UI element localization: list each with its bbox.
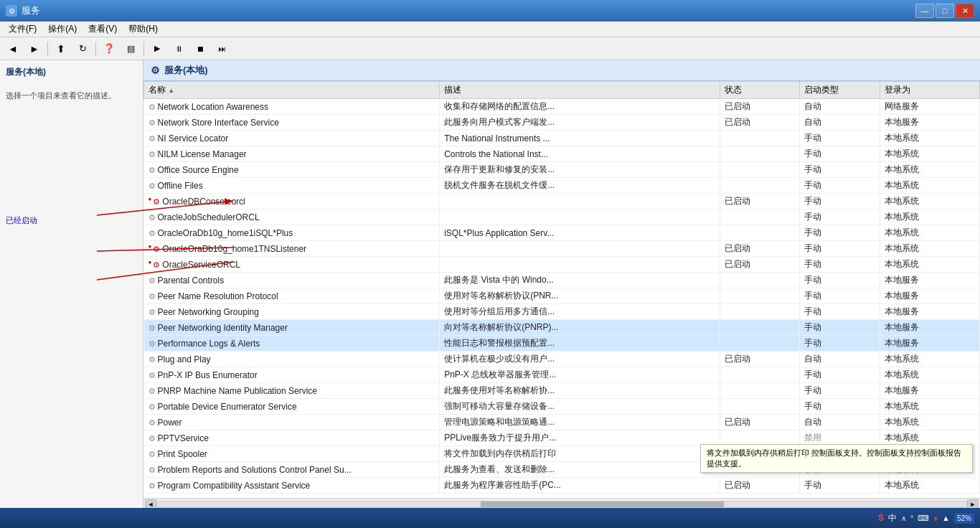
tray-icon-keyboard: ⌨: [918, 514, 929, 523]
table-row[interactable]: ⚙Peer Name Resolution Protocol使用对等名称解析协议…: [144, 288, 980, 304]
table-row[interactable]: ⚙Power管理电源策略和电源策略通...已启动自动本地系统: [144, 415, 980, 430]
maximize-button[interactable]: □: [936, 4, 954, 18]
table-row[interactable]: ⚙Offline Files脱机文件服务在脱机文件缓...手动本地系统: [144, 178, 980, 194]
toolbar-sep-2: [95, 42, 96, 56]
table-row[interactable]: ⚙Network Store Interface Service此服务向用户模式…: [144, 115, 980, 131]
services-table[interactable]: 名称 ▲ 描述 状态 启动类型 登录为 ⚙Network Location Aw…: [143, 81, 980, 498]
tray-icon-s: S: [878, 513, 884, 523]
toolbar-up[interactable]: ⬆: [51, 39, 71, 58]
table-row[interactable]: ⚙Portable Device Enumerator Service强制可移动…: [144, 399, 980, 415]
tray-icon-up: ∧: [901, 514, 906, 522]
service-login-cell: 本地系统: [880, 478, 979, 494]
table-row[interactable]: ⚙PNRP Machine Name Publication Service此服…: [144, 383, 980, 399]
col-name[interactable]: 名称 ▲: [144, 82, 440, 99]
service-name-cell: ⚙PNRP Machine Name Publication Service: [144, 383, 440, 399]
service-name-cell: ●⚙OracleDBConsoleorcl: [144, 194, 440, 209]
col-startup[interactable]: 启动类型: [800, 82, 880, 99]
table-row[interactable]: ⚙OracleJobSchedulerORCL手动本地系统: [144, 209, 980, 225]
toolbar-refresh[interactable]: ↻: [72, 39, 93, 58]
service-status-cell: 已启动: [720, 478, 800, 494]
table-row[interactable]: ⚙Parental Controls此服务是 Vista 中的 Windo...…: [144, 273, 980, 288]
service-login-cell: 本地系统: [880, 352, 979, 367]
menu-view[interactable]: 查看(V): [83, 22, 123, 37]
service-name-cell: ⚙NI Service Locator: [144, 131, 440, 146]
service-desc-cell: [440, 209, 720, 225]
service-name-cell: ●⚙OracleOraDb10g_home1TNSListener: [144, 241, 440, 257]
toolbar-start[interactable]: ▶: [147, 39, 167, 58]
table-row[interactable]: ⚙Peer Networking Identity Manager向对等名称解析…: [144, 320, 980, 336]
table-row[interactable]: ●⚙OracleOraDb10g_home1TNSListener已启动手动本地…: [144, 241, 980, 257]
service-login-cell: 网络服务: [880, 99, 979, 115]
menu-action[interactable]: 操作(A): [42, 22, 83, 37]
service-login-cell: 本地系统: [880, 367, 979, 383]
service-startup-cell: 手动: [800, 209, 880, 225]
hscroll-thumb[interactable]: [481, 501, 723, 507]
menu-file[interactable]: 文件(F): [3, 22, 42, 37]
service-desc-cell: 向对等名称解析协议(PNRP)...: [440, 320, 720, 336]
service-login-cell: 本地服务: [880, 383, 979, 399]
close-button[interactable]: ✕: [956, 4, 974, 18]
table-row[interactable]: ⚙OracleOraDb10g_home1iSQL*PlusiSQL*Plus …: [144, 225, 980, 241]
service-status-cell: [720, 209, 800, 225]
table-row[interactable]: ⚙Network Location Awareness收集和存储网络的配置信息.…: [144, 99, 980, 115]
service-startup-cell: 手动: [800, 225, 880, 241]
table-row[interactable]: ⚙NI Service LocatorThe National Instrume…: [144, 131, 980, 146]
table-row[interactable]: ⚙PnP-X IP Bus EnumeratorPnP-X 总线枚举器服务管理.…: [144, 367, 980, 383]
service-desc-cell: [440, 194, 720, 209]
table-row[interactable]: ⚙Peer Networking Grouping使用对等分组后用多方通信...…: [144, 304, 980, 320]
tray-icon-shield: ♦: [933, 514, 938, 522]
service-login-cell: 本地系统: [880, 241, 979, 257]
service-status-cell: [720, 367, 800, 383]
service-desc-cell: Controls the National Inst...: [440, 146, 720, 162]
tooltip-bubble: 将文件加载到内存供稍后打印 控制面板支持。控制面板支持控制面板报告提供支援。: [700, 444, 973, 473]
service-desc-cell: PPLive服务致力于提升用户...: [440, 430, 720, 446]
window-title: 服务: [22, 4, 40, 17]
tooltip-text: 将文件加载到内存供稍后打印 控制面板支持。控制面板支持控制面板报告提供支援。: [707, 448, 961, 468]
table-row[interactable]: ●⚙OracleDBConsoleorcl已启动手动本地系统: [144, 194, 980, 209]
service-desc-cell: 使计算机在极少或没有用户...: [440, 352, 720, 367]
service-status-cell: [720, 225, 800, 241]
toolbar-help[interactable]: ❓: [99, 39, 119, 58]
service-desc-cell: 脱机文件服务在脱机文件缓...: [440, 178, 720, 194]
toolbar-stop[interactable]: ⏹: [190, 39, 210, 58]
title-bar-controls: — □ ✕: [915, 4, 974, 18]
service-desc-cell: [440, 257, 720, 273]
service-status-cell: [720, 131, 800, 146]
service-login-cell: 本地系统: [880, 209, 979, 225]
col-status[interactable]: 状态: [720, 82, 800, 99]
service-startup-cell: 手动: [800, 320, 880, 336]
service-login-cell: 本地服务: [880, 273, 979, 288]
service-desc-cell: 保存用于更新和修复的安装...: [440, 162, 720, 178]
minimize-button[interactable]: —: [915, 4, 934, 18]
service-startup-cell: 手动: [800, 399, 880, 415]
toolbar-pause[interactable]: ⏸: [169, 39, 189, 58]
service-login-cell: 本地系统: [880, 399, 979, 415]
toolbar-forward[interactable]: ►: [24, 39, 44, 58]
table-row[interactable]: ⚙Program Compatibility Assistant Service…: [144, 478, 980, 494]
toolbar-props[interactable]: ▤: [121, 39, 141, 58]
toolbar-restart[interactable]: ⏭: [212, 39, 232, 58]
col-login[interactable]: 登录为: [880, 82, 979, 99]
service-desc-cell: 此服务为查看、发送和删除...: [440, 462, 720, 478]
toolbar-back[interactable]: ◄: [3, 39, 23, 58]
toolbar-sep-3: [143, 42, 144, 56]
service-name-cell: ⚙Portable Device Enumerator Service: [144, 399, 440, 415]
table-row[interactable]: ⚙Plug and Play使计算机在极少或没有用户...已启动自动本地系统: [144, 352, 980, 367]
toolbar-sep-1: [47, 42, 48, 56]
service-login-cell: 本地系统: [880, 162, 979, 178]
service-name-cell: ⚙PnP-X IP Bus Enumerator: [144, 367, 440, 383]
hscroll-track[interactable]: [156, 501, 967, 508]
table-row[interactable]: ⚙Office Source Engine保存用于更新和修复的安装...手动本地…: [144, 162, 980, 178]
table-row[interactable]: ●⚙OracleServiceORCL已启动手动本地系统: [144, 257, 980, 273]
service-name-cell: ⚙Program Compatibility Assistant Service: [144, 478, 440, 494]
service-status-cell: [720, 178, 800, 194]
service-desc-cell: 此服务向用户模式客户端发...: [440, 115, 720, 131]
service-status-cell: [720, 304, 800, 320]
col-desc[interactable]: 描述: [440, 82, 720, 99]
service-login-cell: 本地服务: [880, 336, 979, 352]
table-row[interactable]: ⚙NILM License ManagerControls the Nation…: [144, 146, 980, 162]
menu-help[interactable]: 帮助(H): [123, 22, 164, 37]
service-status-cell: 已启动: [720, 99, 800, 115]
table-row[interactable]: ⚙Performance Logs & Alerts性能日志和警报根据预配置..…: [144, 336, 980, 352]
service-name-cell: ⚙Peer Networking Identity Manager: [144, 320, 440, 336]
